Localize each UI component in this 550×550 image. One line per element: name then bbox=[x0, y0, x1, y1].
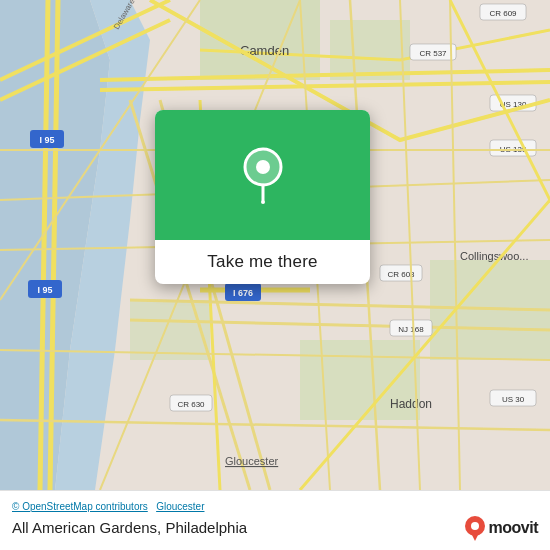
svg-text:CR 630: CR 630 bbox=[177, 400, 205, 409]
svg-text:CR 609: CR 609 bbox=[489, 9, 517, 18]
svg-text:I 676: I 676 bbox=[233, 288, 253, 298]
svg-text:I 95: I 95 bbox=[39, 135, 54, 145]
svg-text:NJ 168: NJ 168 bbox=[398, 325, 424, 334]
popup-green-area bbox=[155, 110, 370, 240]
place-name: All American Gardens, Philadelphia bbox=[12, 519, 247, 536]
svg-text:Collingswoo...: Collingswoo... bbox=[460, 250, 528, 262]
moovit-logo: moovit bbox=[464, 515, 538, 541]
svg-rect-5 bbox=[130, 300, 210, 360]
take-me-there-button[interactable]: Take me there bbox=[207, 252, 317, 272]
place-name-row: All American Gardens, Philadelphia moovi… bbox=[12, 515, 538, 541]
gloucester-link[interactable]: Gloucester bbox=[156, 501, 204, 512]
svg-point-38 bbox=[261, 200, 265, 204]
osm-attribution: © OpenStreetMap contributors bbox=[12, 501, 148, 512]
svg-text:Haddon: Haddon bbox=[390, 397, 432, 411]
popup-button-area[interactable]: Take me there bbox=[155, 240, 370, 284]
moovit-text: moovit bbox=[489, 519, 538, 537]
svg-text:I 95: I 95 bbox=[37, 285, 52, 295]
moovit-pin-icon bbox=[464, 515, 486, 541]
svg-text:US 30: US 30 bbox=[502, 395, 525, 404]
map-container: I 95 I 95 CR 537 CR 609 US 130 US 130 Ca… bbox=[0, 0, 550, 490]
svg-point-40 bbox=[471, 522, 479, 530]
bottom-bar: © OpenStreetMap contributors Gloucester … bbox=[0, 490, 550, 550]
svg-text:Gloucester: Gloucester bbox=[225, 455, 279, 467]
location-pin-icon bbox=[238, 145, 288, 205]
svg-rect-4 bbox=[330, 20, 410, 80]
popup-card: Take me there bbox=[155, 110, 370, 284]
svg-marker-41 bbox=[471, 533, 479, 541]
svg-point-37 bbox=[256, 160, 270, 174]
svg-text:CR 537: CR 537 bbox=[419, 49, 447, 58]
attribution-row: © OpenStreetMap contributors Gloucester bbox=[12, 501, 538, 512]
